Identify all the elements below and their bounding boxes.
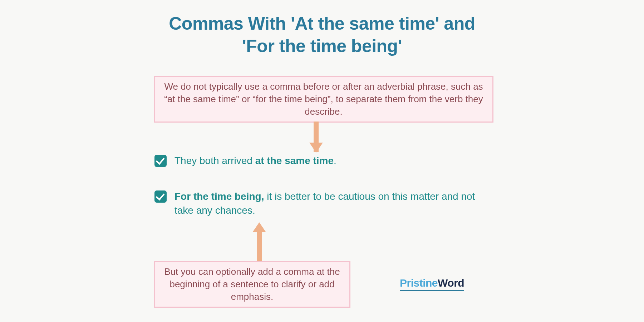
arrow-down-icon xyxy=(314,122,319,152)
logo-part-1: Pristine xyxy=(400,277,438,289)
arrow-up-icon xyxy=(257,231,262,261)
example-2-bold: For the time being, xyxy=(174,191,264,202)
example-1-suffix: . xyxy=(334,155,336,166)
title-line-2: 'For the time being' xyxy=(242,36,402,56)
check-icon xyxy=(154,190,167,203)
rule-1-text: We do not typically use a comma before o… xyxy=(164,81,483,117)
example-2-text: For the time being, it is better to be c… xyxy=(174,189,494,217)
logo-part-2: Word xyxy=(438,277,464,289)
page-title: Commas With 'At the same time' and 'For … xyxy=(0,13,644,57)
check-icon xyxy=(154,155,167,167)
example-2: For the time being, it is better to be c… xyxy=(154,189,494,217)
example-1: They both arrived at the same time. xyxy=(154,154,494,168)
example-1-text: They both arrived at the same time. xyxy=(174,154,494,168)
brand-logo: PristineWord xyxy=(400,277,464,291)
example-1-prefix: They both arrived xyxy=(174,155,255,166)
title-line-1: Commas With 'At the same time' and xyxy=(169,14,475,34)
rule-2-text: But you can optionally add a comma at th… xyxy=(164,266,340,302)
rule-box-2: But you can optionally add a comma at th… xyxy=(154,261,350,308)
example-1-bold: at the same time xyxy=(255,155,334,166)
rule-box-1: We do not typically use a comma before o… xyxy=(154,76,493,123)
